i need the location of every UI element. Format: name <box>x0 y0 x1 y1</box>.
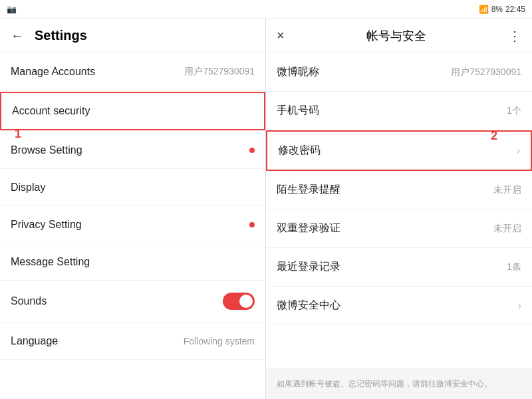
sounds-label: Sounds <box>11 295 47 307</box>
language-label: Language <box>11 335 58 347</box>
more-options-button[interactable]: ⋮ <box>508 28 521 44</box>
settings-item-browse-setting[interactable]: Browse Setting <box>0 132 265 169</box>
right-item-phone-number[interactable]: 手机号码 1个 <box>266 92 532 130</box>
manage-accounts-label: Manage Accounts <box>11 66 95 78</box>
weibo-security-label: 微博安全中心 <box>277 299 340 313</box>
two-factor-value: 未开启 <box>493 223 521 235</box>
back-button[interactable]: ← <box>11 28 24 43</box>
settings-item-display[interactable]: Display <box>0 169 265 206</box>
signal-icon: 📶 <box>479 5 489 14</box>
phone-number-value: 1个 <box>507 105 521 117</box>
badge-1: 1 <box>15 127 21 141</box>
account-security-label: Account security <box>12 105 90 117</box>
left-header: ← Settings <box>0 19 265 53</box>
message-setting-label: Message Setting <box>11 256 90 268</box>
recent-login-value: 1条 <box>507 261 521 273</box>
security-panel: × 帐号与安全 ⋮ 微博昵称 用户7527930091 手机号码 1个 修改密码… <box>266 19 532 399</box>
security-list: 微博昵称 用户7527930091 手机号码 1个 修改密码 › 2 陌生登录提… <box>266 53 532 368</box>
settings-item-manage-accounts[interactable]: Manage Accounts 用户7527930091 <box>0 53 265 90</box>
right-item-weibo-security[interactable]: 微博安全中心 › <box>266 287 532 325</box>
status-bar: 📷 📶 8% 22:45 <box>0 0 532 19</box>
settings-item-privacy-setting[interactable]: Privacy Setting <box>0 206 265 243</box>
security-footer-note: 如果遇到帐号被盗、忘记密码等问题，请前往微博安全中心。 <box>266 368 532 399</box>
right-item-two-factor[interactable]: 双重登录验证 未开启 <box>266 209 532 248</box>
close-button[interactable]: × <box>277 28 285 43</box>
phone-number-label: 手机号码 <box>277 104 319 118</box>
privacy-setting-label: Privacy Setting <box>11 219 82 231</box>
weibo-nickname-value: 用户7527930091 <box>451 66 521 78</box>
weibo-nickname-label: 微博昵称 <box>277 65 319 79</box>
footer-note-text: 如果遇到帐号被盗、忘记密码等问题，请前往微博安全中心。 <box>277 379 492 388</box>
settings-item-sounds[interactable]: Sounds <box>0 281 265 323</box>
toggle-knob <box>239 295 253 308</box>
stranger-login-value: 未开启 <box>493 184 521 196</box>
chevron-icon: › <box>517 145 520 157</box>
manage-accounts-value: 用户7527930091 <box>184 66 255 78</box>
browse-setting-dot <box>249 148 255 153</box>
settings-list: Manage Accounts 用户7527930091 Account sec… <box>0 53 265 399</box>
weibo-security-chevron: › <box>518 300 521 312</box>
two-factor-label: 双重登录验证 <box>277 221 340 235</box>
stranger-login-label: 陌生登录提醒 <box>277 183 340 197</box>
language-value: Following system <box>184 336 255 346</box>
right-item-change-password[interactable]: 修改密码 › 2 <box>266 130 532 171</box>
settings-item-language[interactable]: Language Following system <box>0 323 265 360</box>
recent-login-label: 最近登录记录 <box>277 260 340 274</box>
change-password-label: 修改密码 <box>278 144 321 158</box>
display-label: Display <box>11 182 45 194</box>
battery-level: 8% <box>491 5 503 14</box>
right-item-weibo-nickname[interactable]: 微博昵称 用户7527930091 <box>266 53 532 92</box>
badge-2: 2 <box>491 129 497 143</box>
settings-panel: ← Settings Manage Accounts 用户7527930091 … <box>0 19 266 399</box>
time-display: 22:45 <box>505 5 525 14</box>
sounds-toggle[interactable] <box>223 293 255 310</box>
right-item-stranger-login[interactable]: 陌生登录提醒 未开启 <box>266 171 532 209</box>
camera-icon: 📷 <box>7 5 17 14</box>
privacy-setting-dot <box>249 222 255 227</box>
account-security-title: 帐号与安全 <box>366 28 426 44</box>
settings-item-message-setting[interactable]: Message Setting <box>0 243 265 281</box>
settings-title: Settings <box>35 28 87 43</box>
settings-item-account-security[interactable]: Account security 1 <box>0 92 265 130</box>
right-header: × 帐号与安全 ⋮ <box>266 19 532 53</box>
browse-setting-label: Browse Setting <box>11 144 82 156</box>
right-item-recent-login[interactable]: 最近登录记录 1条 <box>266 248 532 287</box>
